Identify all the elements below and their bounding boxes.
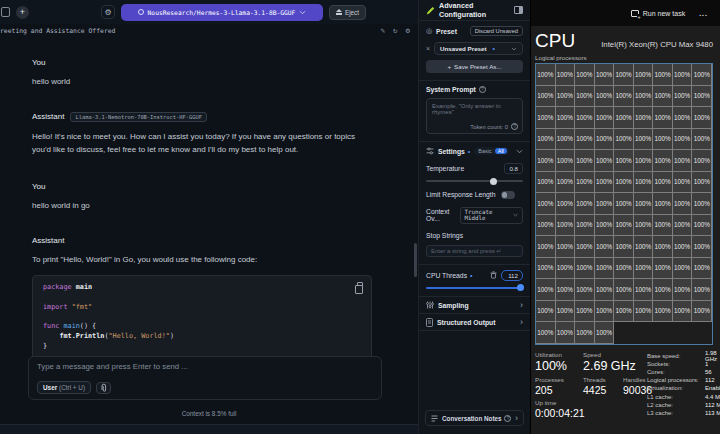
detail-label: Virtualization:	[647, 385, 705, 391]
cpu-core-cell: 100%	[692, 236, 712, 258]
cpu-core-cell: 100%	[614, 150, 634, 172]
cpu-core-cell: 100%	[556, 301, 576, 323]
slider-thumb[interactable]	[490, 178, 497, 185]
eject-model-button[interactable]: Eject	[329, 5, 366, 20]
cpu-core-cell: 100%	[575, 129, 595, 151]
system-prompt-label: System Prompt	[426, 86, 476, 93]
detail-label: L2 cache:	[647, 402, 705, 408]
stat-label: Up time	[535, 399, 585, 406]
cpu-core-cell: 100%	[556, 193, 576, 215]
cpu-core-cell: 100%	[556, 215, 576, 237]
run-new-task-label: Run new task	[643, 10, 685, 17]
model-selector[interactable]: NousResearch/Hermes-3-Llama-3.1-8B-GGUF	[121, 4, 323, 21]
reset-icon[interactable]	[490, 271, 497, 279]
cpu-core-cell: 100%	[653, 107, 673, 129]
cpu-core-cell: 100%	[614, 64, 634, 86]
cpu-core-cell: 100%	[634, 236, 654, 258]
cpu-core-cell: 100%	[673, 279, 693, 301]
role-label: User	[43, 384, 57, 391]
modified-dot: •	[468, 148, 470, 155]
context-overflow-dropdown[interactable]: Truncate Middle	[460, 207, 523, 224]
stop-strings-input[interactable]	[426, 245, 523, 257]
cpu-threads-slider[interactable]	[426, 287, 523, 290]
limit-response-toggle[interactable]	[501, 191, 515, 199]
refresh-icon[interactable]: ↻	[393, 26, 398, 35]
more-options-icon[interactable]: ...	[699, 10, 708, 17]
cpu-core-cell: 100%	[614, 258, 634, 280]
cpu-core-cell: 100%	[692, 129, 712, 151]
eject-icon	[336, 9, 342, 15]
cpu-threads-label: CPU Threads	[426, 272, 467, 279]
preset-label: Preset	[436, 28, 457, 35]
settings-mode-toggle[interactable]: Basic All	[474, 147, 509, 155]
cpu-core-cell: 100%	[692, 86, 712, 108]
user-message: You hello world in go	[32, 182, 372, 213]
collapse-panel-icon[interactable]	[514, 6, 523, 14]
detail-value: 113 MB	[705, 410, 720, 416]
clear-preset-icon[interactable]: ×	[426, 45, 430, 52]
code-token: func	[43, 322, 59, 330]
detail-label: Logical processors:	[647, 377, 705, 383]
cpu-threads-value[interactable]: 112	[501, 270, 523, 281]
copy-icon[interactable]	[357, 282, 363, 289]
role-toggle-button[interactable]: User (Ctrl + U)	[37, 381, 91, 394]
preset-dropdown[interactable]: Unsaved Preset •	[434, 42, 523, 55]
chevron-right-icon: ›	[520, 301, 523, 310]
temperature-slider[interactable]	[426, 180, 523, 182]
config-header: Advanced Configuration	[419, 0, 530, 21]
cpu-core-cell: 100%	[595, 215, 615, 237]
cpu-core-cell: 100%	[673, 107, 693, 129]
attach-file-button[interactable]	[96, 382, 111, 394]
stat-label: Speed	[583, 351, 636, 358]
temperature-value[interactable]: 0.8	[504, 163, 523, 174]
notes-icon	[431, 415, 438, 422]
slider-thumb[interactable]	[517, 284, 524, 291]
discard-unsaved-button[interactable]: Discard Unsaved	[470, 26, 523, 36]
code-token: )	[170, 332, 174, 340]
token-count-label: Token count: 0	[470, 124, 508, 130]
detail-label: Base speed:	[647, 353, 705, 359]
cpu-core-cell: 100%	[634, 129, 654, 151]
chat-settings-icon[interactable]: ⚙	[405, 26, 410, 35]
edit-icon[interactable]: ✎	[380, 26, 385, 35]
cpu-core-cell: 100%	[536, 86, 556, 108]
chevron-down-icon	[516, 149, 523, 154]
code-token: import	[43, 303, 68, 311]
cpu-core-cell: 100%	[575, 86, 595, 108]
cpu-core-cell: 100%	[575, 172, 595, 194]
conversation-notes-row[interactable]: Conversation Notes ? ›	[425, 410, 524, 426]
message-input[interactable]	[37, 362, 373, 378]
model-settings-icon[interactable]: ⚙	[101, 5, 115, 19]
cpu-core-cell: 100%	[536, 301, 556, 323]
cpu-core-cell: 100%	[595, 279, 615, 301]
save-preset-label: Save Preset As...	[454, 63, 501, 70]
cpu-core-cell: 100%	[595, 258, 615, 280]
model-badge: Llama-3.1-Nemotron-70B-Instruct-HF-GGUF	[70, 112, 207, 122]
cpu-core-cell: 100%	[536, 322, 556, 344]
run-new-task-button[interactable]: Run new task	[631, 10, 685, 17]
structured-output-row[interactable]: Structured Output ›	[419, 314, 530, 331]
stat-value: 100%	[535, 359, 583, 373]
chat-scrollbar[interactable]	[414, 243, 417, 277]
code-token: }	[43, 342, 47, 350]
cpu-core-cell: 100%	[692, 279, 712, 301]
save-preset-button[interactable]: + Save Preset As...	[426, 60, 523, 73]
sampling-label: Sampling	[438, 302, 469, 309]
sampling-row[interactable]: Sampling ›	[419, 297, 530, 314]
cpu-core-cell: 100%	[595, 301, 615, 323]
new-chat-button[interactable]: +	[16, 6, 29, 19]
cpu-core-cell: 100%	[536, 236, 556, 258]
cpu-core-cell: 100%	[575, 322, 595, 344]
message-text: Hello! It's nice to meet you. How can I …	[32, 130, 372, 157]
message-role: Assistant	[32, 112, 64, 121]
unsaved-dot: •	[493, 45, 495, 52]
cpu-stats-left: Utilization 100% Speed 2.69 GHz Processe…	[535, 351, 639, 419]
mode-basic-label: Basic	[478, 148, 491, 154]
paperclip-icon	[99, 383, 109, 393]
cpu-core-cell: 100%	[634, 215, 654, 237]
modified-dot: •	[470, 272, 472, 279]
cpu-core-cell: 100%	[673, 86, 693, 108]
detail-value: 1	[705, 361, 708, 367]
eject-label: Eject	[345, 9, 359, 16]
system-prompt-input[interactable]	[427, 99, 522, 119]
